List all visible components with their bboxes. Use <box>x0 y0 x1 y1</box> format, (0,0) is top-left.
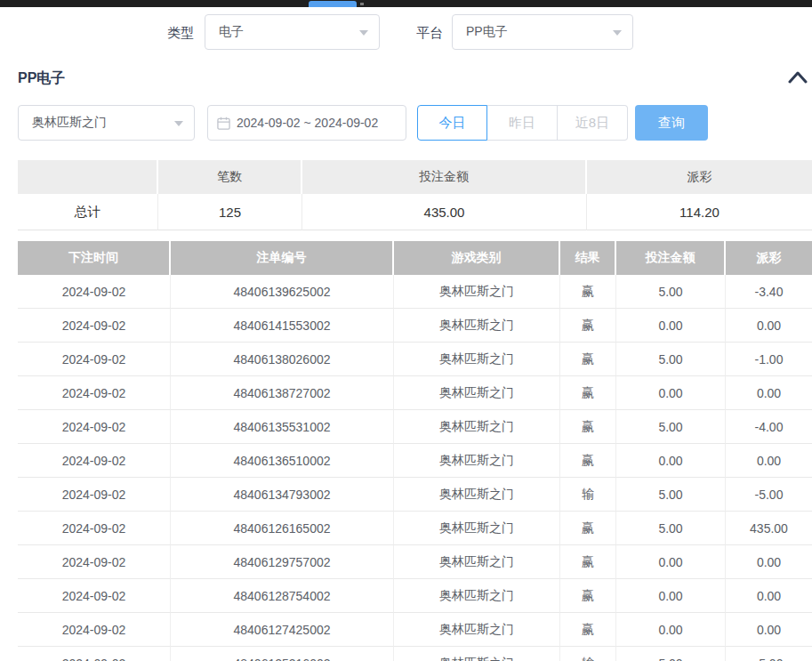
order-number-cell: 48406134793002 <box>171 478 394 512</box>
bet-time-cell: 2024-09-02 <box>18 275 171 309</box>
game-type-cell: 奥林匹斯之门 <box>394 275 560 309</box>
chevron-down-icon <box>613 30 622 36</box>
table-row: 2024-09-0248406127425002奥林匹斯之门赢0.000.00 <box>18 613 812 647</box>
top-bar <box>0 0 812 7</box>
chevron-down-icon <box>359 30 368 36</box>
order-number-cell: 48406127425002 <box>171 613 394 647</box>
chevron-up-icon[interactable] <box>788 70 808 85</box>
table-row: 2024-09-0248406128754002奥林匹斯之门赢0.000.00 <box>18 579 812 613</box>
quick-range-button-0[interactable]: 今日 <box>417 105 487 141</box>
bet-time-cell: 2024-09-02 <box>18 410 171 444</box>
result-cell: 赢 <box>560 444 616 478</box>
game-select[interactable]: 奥林匹斯之门 <box>18 105 195 141</box>
summary-total-row: 总计125435.00114.20 <box>18 194 812 230</box>
quick-range-button-2[interactable]: 近8日 <box>558 105 628 141</box>
summary-header-cell: 投注金额 <box>302 160 587 194</box>
result-cell: 输 <box>560 647 616 661</box>
order-number-cell: 48406141553002 <box>171 309 394 343</box>
order-number-cell: 48406138727002 <box>171 376 394 410</box>
type-select-value: 电子 <box>219 24 244 40</box>
table-row: 2024-09-0248406138026002奥林匹斯之门赢5.00-1.00 <box>18 343 812 376</box>
result-cell: 赢 <box>560 343 616 376</box>
game-type-cell: 奥林匹斯之门 <box>394 478 560 512</box>
bet-time-cell: 2024-09-02 <box>18 613 171 647</box>
platform-select[interactable]: PP电子 <box>452 14 633 50</box>
table-header-cell: 游戏类别 <box>394 241 560 275</box>
search-button[interactable]: 查询 <box>635 105 708 141</box>
active-tab-indicator[interactable] <box>309 1 357 7</box>
game-select-value: 奥林匹斯之门 <box>32 115 107 131</box>
bet-amount-cell: 0.00 <box>616 545 726 579</box>
summary-header-row: 笔数投注金额派彩 <box>18 160 812 194</box>
result-cell: 输 <box>560 478 616 512</box>
payout-cell: 0.00 <box>726 309 812 343</box>
bet-time-cell: 2024-09-02 <box>18 376 171 410</box>
game-type-cell: 奥林匹斯之门 <box>394 613 560 647</box>
table-header-cell: 投注金额 <box>616 241 726 275</box>
order-number-cell: 48406136510002 <box>171 444 394 478</box>
bet-amount-cell: 0.00 <box>616 613 726 647</box>
order-number-cell: 48406138026002 <box>171 343 394 376</box>
bet-amount-cell: 5.00 <box>616 647 726 661</box>
game-type-cell: 奥林匹斯之门 <box>394 647 560 661</box>
type-label: 类型 <box>167 25 194 42</box>
game-type-cell: 奥林匹斯之门 <box>394 545 560 579</box>
date-range-value: 2024-09-02 ~ 2024-09-02 <box>237 116 378 130</box>
result-cell: 赢 <box>560 410 616 444</box>
table-row: 2024-09-0248406136510002奥林匹斯之门赢0.000.00 <box>18 444 812 478</box>
bet-amount-cell: 5.00 <box>616 275 726 309</box>
platform-select-value: PP电子 <box>466 24 508 40</box>
payout-cell: 0.00 <box>726 444 812 478</box>
bet-amount-cell: 5.00 <box>616 512 726 545</box>
payout-cell: -3.40 <box>726 275 812 309</box>
type-select[interactable]: 电子 <box>205 14 380 50</box>
game-type-cell: 奥林匹斯之门 <box>394 343 560 376</box>
result-cell: 赢 <box>560 545 616 579</box>
result-cell: 赢 <box>560 376 616 410</box>
quick-range-group: 今日昨日近8日 <box>417 105 628 141</box>
order-number-cell: 48406128754002 <box>171 579 394 613</box>
game-type-cell: 奥林匹斯之门 <box>394 579 560 613</box>
summary-header-cell <box>18 160 158 194</box>
calendar-icon <box>217 117 230 130</box>
bet-amount-cell: 0.00 <box>616 444 726 478</box>
result-cell: 赢 <box>560 309 616 343</box>
bet-amount-cell: 0.00 <box>616 376 726 410</box>
payout-cell: -4.00 <box>726 410 812 444</box>
bet-amount-cell: 5.00 <box>616 478 726 512</box>
bet-amount-cell: 0.00 <box>616 579 726 613</box>
platform-label: 平台 <box>416 25 443 42</box>
bet-time-cell: 2024-09-02 <box>18 647 171 661</box>
payout-cell: -5.00 <box>726 647 812 661</box>
bet-time-cell: 2024-09-02 <box>18 579 171 613</box>
table-row: 2024-09-0248406126165002奥林匹斯之门赢5.00435.0… <box>18 512 812 545</box>
table-row: 2024-09-0248406125316002奥林匹斯之门输5.00-5.00 <box>18 647 812 661</box>
order-number-cell: 48406126165002 <box>171 512 394 545</box>
bet-amount-cell: 5.00 <box>616 343 726 376</box>
bet-records-table: 下注时间注单编号游戏类别结果投注金额派彩 2024-09-02484061396… <box>18 241 812 661</box>
bet-time-cell: 2024-09-02 <box>18 309 171 343</box>
order-number-cell: 48406129757002 <box>171 545 394 579</box>
payout-cell: 435.00 <box>726 512 812 545</box>
summary-value: 114.20 <box>587 194 812 230</box>
bet-amount-cell: 0.00 <box>616 309 726 343</box>
section-title: PP电子 <box>18 69 65 88</box>
order-number-cell: 48406125316002 <box>171 647 394 661</box>
summary-header-cell: 笔数 <box>158 160 302 194</box>
table-row: 2024-09-0248406129757002奥林匹斯之门赢0.000.00 <box>18 545 812 579</box>
summary-value: 435.00 <box>302 194 587 230</box>
summary-table: 笔数投注金额派彩 总计125435.00114.20 <box>18 160 812 230</box>
result-cell: 赢 <box>560 512 616 545</box>
table-row: 2024-09-0248406138727002奥林匹斯之门赢0.000.00 <box>18 376 812 410</box>
result-cell: 赢 <box>560 613 616 647</box>
payout-cell: 0.00 <box>726 376 812 410</box>
date-range-input[interactable]: 2024-09-02 ~ 2024-09-02 <box>207 105 406 141</box>
bet-time-cell: 2024-09-02 <box>18 444 171 478</box>
bet-time-cell: 2024-09-02 <box>18 343 171 376</box>
summary-header-cell: 派彩 <box>587 160 812 194</box>
table-header-row: 下注时间注单编号游戏类别结果投注金额派彩 <box>18 241 812 275</box>
table-row: 2024-09-0248406139625002奥林匹斯之门赢5.00-3.40 <box>18 275 812 309</box>
tab-close-icon[interactable] <box>360 3 364 5</box>
quick-range-button-1[interactable]: 昨日 <box>487 105 558 141</box>
game-type-cell: 奥林匹斯之门 <box>394 410 560 444</box>
